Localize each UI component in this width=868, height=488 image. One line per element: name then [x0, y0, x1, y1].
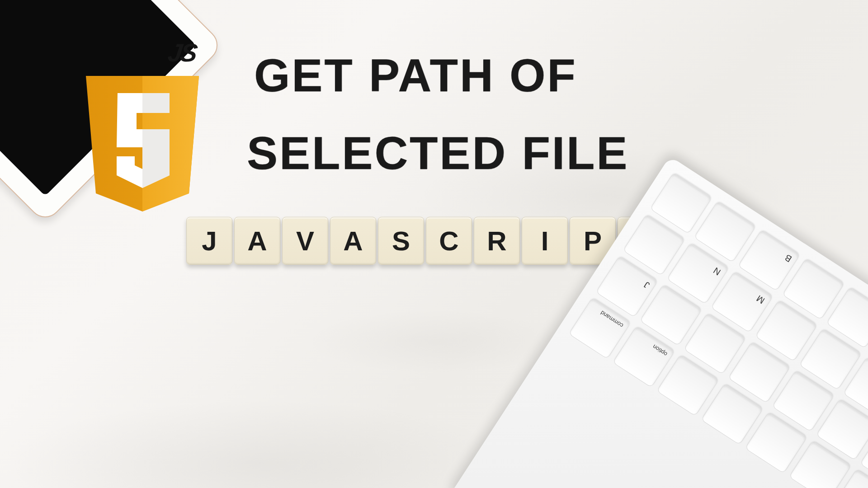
tile-letter: I [522, 217, 568, 265]
tile-letter: R [474, 217, 520, 265]
letter-tiles: J A V A S C R I P T [186, 217, 664, 265]
headline-line-1: GET PATH OF [254, 52, 643, 99]
js-logo-text: JS [166, 38, 198, 67]
javascript-logo: JS [77, 40, 208, 221]
tile-letter: J [186, 217, 232, 265]
headline-line-2: SELECTED FILE [247, 130, 643, 176]
headline: GET PATH OF SELECTED FILE [254, 52, 643, 176]
tile-letter: A [234, 217, 280, 265]
tile-letter: S [378, 217, 424, 265]
tile-letter: A [330, 217, 376, 265]
tile-letter: V [282, 217, 328, 265]
tile-letter: C [426, 217, 472, 265]
